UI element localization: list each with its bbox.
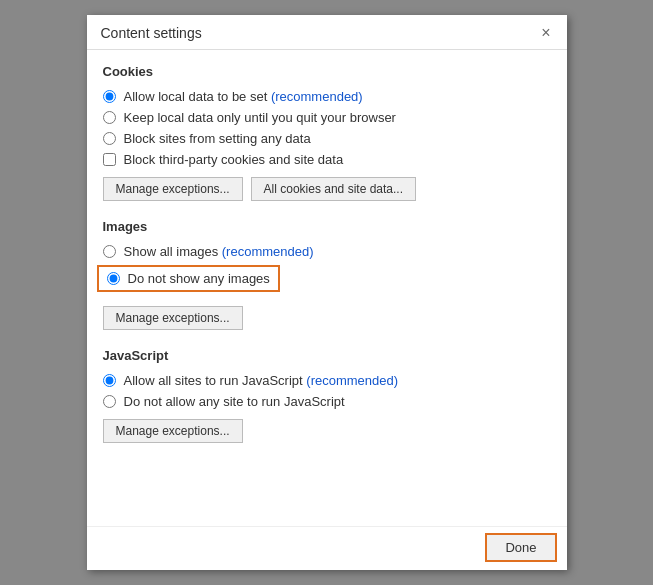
- dialog-title: Content settings: [101, 25, 202, 41]
- dialog-footer: Done: [87, 526, 567, 570]
- image-option-1: Show all images (recommended): [103, 244, 551, 259]
- cookies-section-title: Cookies: [103, 64, 551, 79]
- cookie-option-3: Block sites from setting any data: [103, 131, 551, 146]
- cookie-label-3: Block sites from setting any data: [124, 131, 311, 146]
- javascript-section: JavaScript Allow all sites to run JavaSc…: [103, 348, 551, 443]
- image-link-1: (recommended): [222, 244, 314, 259]
- js-label-2: Do not allow any site to run JavaScript: [124, 394, 345, 409]
- cookies-section: Cookies Allow local data to be set (reco…: [103, 64, 551, 201]
- cookie-option-4: Block third-party cookies and site data: [103, 152, 551, 167]
- js-link-1: (recommended): [306, 373, 398, 388]
- js-radio-1[interactable]: [103, 374, 116, 387]
- images-section: Images Show all images (recommended) Do …: [103, 219, 551, 330]
- images-manage-exceptions-button[interactable]: Manage exceptions...: [103, 306, 243, 330]
- cookie-label-2: Keep local data only until you quit your…: [124, 110, 396, 125]
- image-option-2-wrapper: Do not show any images: [103, 265, 551, 296]
- cookie-checkbox-4[interactable]: [103, 153, 116, 166]
- images-buttons: Manage exceptions...: [103, 306, 551, 330]
- cookies-manage-exceptions-button[interactable]: Manage exceptions...: [103, 177, 243, 201]
- image-label-2: Do not show any images: [128, 271, 270, 286]
- all-cookies-and-site-data-button[interactable]: All cookies and site data...: [251, 177, 416, 201]
- image-radio-2[interactable]: [107, 272, 120, 285]
- images-section-title: Images: [103, 219, 551, 234]
- js-radio-2[interactable]: [103, 395, 116, 408]
- cookie-label-1: Allow local data to be set (recommended): [124, 89, 363, 104]
- cookie-option-1: Allow local data to be set (recommended): [103, 89, 551, 104]
- dialog-body: Cookies Allow local data to be set (reco…: [87, 50, 567, 526]
- js-label-1: Allow all sites to run JavaScript (recom…: [124, 373, 399, 388]
- cookie-radio-3[interactable]: [103, 132, 116, 145]
- js-option-2: Do not allow any site to run JavaScript: [103, 394, 551, 409]
- dialog-header: Content settings ×: [87, 15, 567, 50]
- content-settings-dialog: Content settings × Cookies Allow local d…: [87, 15, 567, 570]
- cookie-link-1: (recommended): [271, 89, 363, 104]
- cookie-radio-1[interactable]: [103, 90, 116, 103]
- javascript-buttons: Manage exceptions...: [103, 419, 551, 443]
- cookies-buttons: Manage exceptions... All cookies and sit…: [103, 177, 551, 201]
- cookie-label-4: Block third-party cookies and site data: [124, 152, 344, 167]
- done-button[interactable]: Done: [485, 533, 556, 562]
- cookie-option-2: Keep local data only until you quit your…: [103, 110, 551, 125]
- close-button[interactable]: ×: [539, 25, 552, 41]
- image-label-1: Show all images (recommended): [124, 244, 314, 259]
- javascript-section-title: JavaScript: [103, 348, 551, 363]
- javascript-manage-exceptions-button[interactable]: Manage exceptions...: [103, 419, 243, 443]
- js-option-1: Allow all sites to run JavaScript (recom…: [103, 373, 551, 388]
- cookie-radio-2[interactable]: [103, 111, 116, 124]
- image-option-2-highlight: Do not show any images: [97, 265, 280, 292]
- image-radio-1[interactable]: [103, 245, 116, 258]
